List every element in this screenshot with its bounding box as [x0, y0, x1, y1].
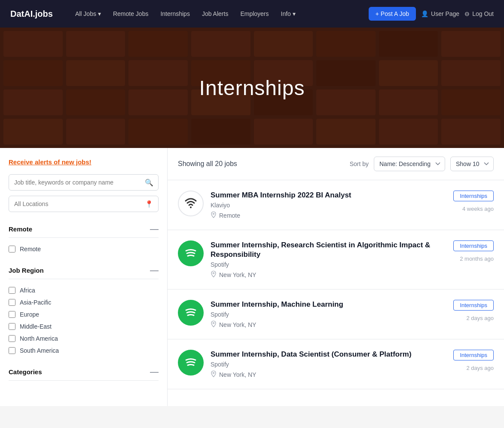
results-bar: Showing all 20 jobs Sort by Name: Descen… — [168, 148, 504, 180]
label-south-america[interactable]: South America — [20, 347, 59, 354]
sort-select[interactable]: Name: Descending — [374, 157, 445, 171]
job-location: New York, NY — [211, 320, 446, 329]
location-pin-icon — [211, 211, 217, 219]
svg-point-1 — [213, 213, 214, 215]
checkbox-remote[interactable] — [9, 246, 15, 252]
job-company: Spotify — [211, 261, 446, 268]
search-input[interactable] — [9, 174, 159, 191]
hero-section: Internships — [0, 28, 504, 148]
job-location: Remote — [211, 211, 446, 219]
filter-option-asia-pacific: Asia-Pacific — [9, 296, 159, 308]
categories-filter-title: Categories — [9, 368, 42, 376]
job-region-filter-toggle[interactable]: — — [150, 265, 159, 275]
search-wrap: 🔍 — [9, 174, 159, 191]
nav-all-jobs[interactable]: All Jobs ▾ — [70, 7, 106, 21]
user-page-link[interactable]: 👤 User Page — [421, 10, 459, 17]
nav-info[interactable]: Info ▾ — [276, 7, 301, 21]
nav-actions: + Post A Job 👤 User Page ⊖ Log Out — [369, 7, 494, 21]
results-controls: Sort by Name: Descending Show 10 — [350, 157, 494, 171]
filter-option-middle-east: Middle-East — [9, 320, 159, 333]
tag-internships[interactable]: Internships — [453, 300, 494, 311]
checkbox-north-america[interactable] — [9, 335, 15, 342]
job-region-filter-title: Job Region — [9, 267, 44, 274]
remote-filter-toggle[interactable]: — — [150, 224, 159, 234]
company-logo — [178, 350, 204, 376]
location-pin-icon — [211, 370, 217, 379]
job-company: Spotify — [211, 361, 446, 368]
show-select[interactable]: Show 10 — [450, 157, 494, 171]
jobs-list: Summer MBA Internship 2022 BI Analyst Kl… — [168, 180, 504, 389]
nav-job-alerts[interactable]: Job Alerts — [197, 7, 233, 21]
remote-filter-title: Remote — [9, 225, 32, 233]
company-logo — [178, 191, 204, 216]
checkbox-south-america[interactable] — [9, 347, 15, 354]
job-title: Summer MBA Internship 2022 BI Analyst — [211, 191, 446, 200]
job-location: New York, NY — [211, 271, 446, 279]
company-logo — [178, 300, 204, 326]
log-out-link[interactable]: ⊖ Log Out — [464, 10, 494, 17]
checkbox-africa[interactable] — [9, 287, 15, 294]
job-card[interactable]: Summer Internship, Machine Learning Spot… — [168, 289, 504, 339]
nav-links: All Jobs ▾ Remote Jobs Internships Job A… — [70, 7, 369, 21]
tag-internships[interactable]: Internships — [453, 350, 494, 360]
label-asia-pacific[interactable]: Asia-Pacific — [20, 299, 51, 306]
job-card[interactable]: Summer MBA Internship 2022 BI Analyst Kl… — [168, 180, 504, 230]
checkbox-europe[interactable] — [9, 311, 15, 318]
hero-title: Internships — [199, 76, 305, 100]
checkbox-middle-east[interactable] — [9, 323, 15, 330]
search-icon: 🔍 — [145, 179, 153, 187]
filter-option-europe: Europe — [9, 308, 159, 320]
tag-internships[interactable]: Internships — [453, 191, 494, 201]
navbar: DatAI.jobs All Jobs ▾ Remote Jobs Intern… — [0, 0, 504, 28]
filter-option-south-america: South America — [9, 345, 159, 357]
job-card[interactable]: Summer Internship, Research Scientist in… — [168, 230, 504, 289]
label-middle-east[interactable]: Middle-East — [20, 323, 52, 330]
logout-icon: ⊖ — [464, 10, 470, 17]
job-info: Summer Internship, Machine Learning Spot… — [211, 300, 446, 329]
categories-filter-toggle[interactable]: — — [150, 367, 159, 377]
site-logo[interactable]: DatAI.jobs — [10, 9, 53, 19]
job-info: Summer Internship, Research Scientist in… — [211, 240, 446, 279]
label-north-america[interactable]: North America — [20, 335, 58, 342]
job-card[interactable]: Summer Internship, Data Scientist (Consu… — [168, 339, 504, 389]
nav-employers[interactable]: Employers — [235, 7, 274, 21]
tag-internships[interactable]: Internships — [453, 240, 494, 251]
location-wrap: 📍 — [9, 196, 159, 212]
location-pin-icon — [211, 271, 217, 279]
job-time: 2 days ago — [466, 315, 494, 321]
job-region-filter-header: Job Region — — [9, 262, 159, 279]
job-title: Summer Internship, Machine Learning — [211, 300, 446, 309]
location-pin-icon — [211, 320, 217, 329]
label-remote[interactable]: Remote — [20, 246, 41, 252]
user-icon: 👤 — [421, 10, 428, 17]
job-company: Spotify — [211, 311, 446, 318]
nav-remote-jobs[interactable]: Remote Jobs — [108, 7, 153, 21]
location-pin-icon: 📍 — [145, 200, 153, 208]
filter-option-north-america: North America — [9, 333, 159, 345]
label-europe[interactable]: Europe — [20, 311, 39, 318]
job-time: 4 weeks ago — [462, 206, 494, 212]
svg-point-0 — [190, 206, 192, 208]
job-region-filter-section: Job Region — Africa Asia-Pacific Europe … — [9, 262, 159, 357]
sidebar: Receive alerts of new jobs! 🔍 📍 Remote —… — [0, 148, 168, 406]
filter-option-remote: Remote — [9, 243, 159, 255]
job-info: Summer Internship, Data Scientist (Consu… — [211, 350, 446, 379]
chevron-down-icon: ▾ — [98, 10, 101, 17]
job-time: 2 months ago — [460, 256, 494, 262]
svg-point-4 — [213, 373, 214, 374]
label-africa[interactable]: Africa — [20, 287, 35, 294]
job-time: 2 days ago — [466, 365, 494, 371]
nav-internships[interactable]: Internships — [155, 7, 195, 21]
filter-option-africa: Africa — [9, 284, 159, 296]
sort-by-label: Sort by — [350, 160, 369, 167]
alert-link[interactable]: Receive alerts of new jobs! — [9, 158, 159, 166]
chevron-down-icon: ▾ — [293, 10, 296, 17]
categories-filter-header: Categories — — [9, 363, 159, 381]
svg-point-2 — [213, 273, 214, 274]
remote-filter-section: Remote — Remote — [9, 221, 159, 255]
location-input[interactable] — [9, 196, 159, 212]
checkbox-asia-pacific[interactable] — [9, 299, 15, 306]
job-meta: Internships 2 days ago — [453, 350, 494, 371]
post-job-button[interactable]: + Post A Job — [369, 7, 416, 21]
svg-point-3 — [213, 323, 214, 324]
